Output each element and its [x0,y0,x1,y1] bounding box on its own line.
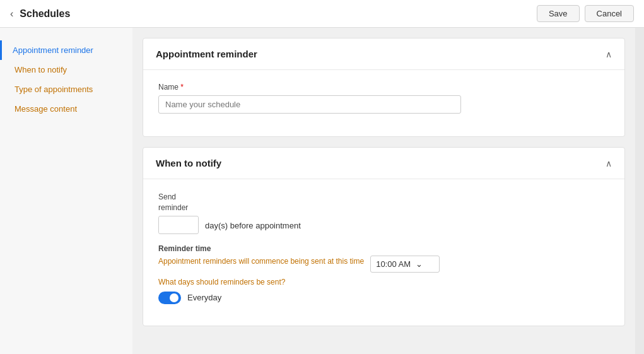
toggle-row: Everyday [158,292,609,304]
sidebar: Appointment reminder When to notify Type… [0,28,132,354]
when-to-notify-collapse-btn[interactable]: ∧ [606,158,612,168]
when-to-notify-card-header: When to notify ∧ [143,148,624,179]
appointment-reminder-card-header: Appointment reminder ∧ [143,38,624,70]
when-to-notify-card-body: Send reminder 1 ▲ ▼ day(s) before appoin… [143,179,624,326]
page-title: Schedules [20,8,70,20]
header-left: ‹ Schedules [10,8,70,20]
time-select-value: 10:00 AM [376,259,411,269]
toggle-label: Everyday [187,293,221,302]
everyday-toggle[interactable] [158,292,181,304]
back-button[interactable]: ‹ [10,8,13,20]
sidebar-item-when-to-notify[interactable]: When to notify [0,60,132,80]
what-days-label: What days should reminders be sent? [158,278,609,286]
send-reminder-label-group: Send reminder 1 ▲ ▼ [158,192,199,234]
days-spinner: 1 ▲ ▼ [158,216,199,234]
cancel-button[interactable]: Cancel [585,5,634,22]
sidebar-item-message-content[interactable]: Message content [0,99,132,119]
appointment-reminder-card: Appointment reminder ∧ Name * [143,38,625,137]
chevron-down-icon: ⌄ [416,259,423,269]
send-reminder-label-line2: reminder [158,203,199,213]
appointment-reminder-collapse-btn[interactable]: ∧ [606,49,612,59]
sidebar-item-type-of-appointments[interactable]: Type of appointments [0,80,132,99]
days-label: day(s) before appointment [205,221,301,234]
header: ‹ Schedules Save Cancel [0,0,644,28]
appointment-reminder-title: Appointment reminder [156,49,257,59]
reminder-time-title: Reminder time [158,244,609,253]
name-required: * [180,83,184,91]
save-button[interactable]: Save [537,5,580,22]
appointment-reminder-card-body: Name * [143,70,624,136]
layout: Appointment reminder When to notify Type… [0,28,644,354]
scrollbar-area[interactable] [635,28,644,354]
reminder-time-desc: Appointment reminders will commence bein… [158,257,364,266]
send-reminder-row: Send reminder 1 ▲ ▼ day(s) before appoin… [158,192,609,234]
when-to-notify-card: When to notify ∧ Send reminder 1 ▲ ▼ [143,147,625,326]
name-form-group: Name * [158,83,609,114]
reminder-time-section: Reminder time Appointment reminders will… [158,244,609,304]
time-select-dropdown[interactable]: 10:00 AM ⌄ [370,256,440,273]
name-label: Name * [158,83,609,91]
send-reminder-label-line1: Send [158,192,199,203]
toggle-track[interactable] [158,292,181,304]
days-spinner-input[interactable]: 1 [159,217,199,233]
name-input[interactable] [158,95,461,114]
main-content: Appointment reminder ∧ Name * When to no… [132,28,635,354]
toggle-thumb [170,293,179,302]
reminder-time-row: Appointment reminders will commence bein… [158,256,609,273]
when-to-notify-title: When to notify [156,158,221,168]
sidebar-item-appointment-reminder[interactable]: Appointment reminder [0,40,132,60]
header-actions: Save Cancel [537,5,634,22]
